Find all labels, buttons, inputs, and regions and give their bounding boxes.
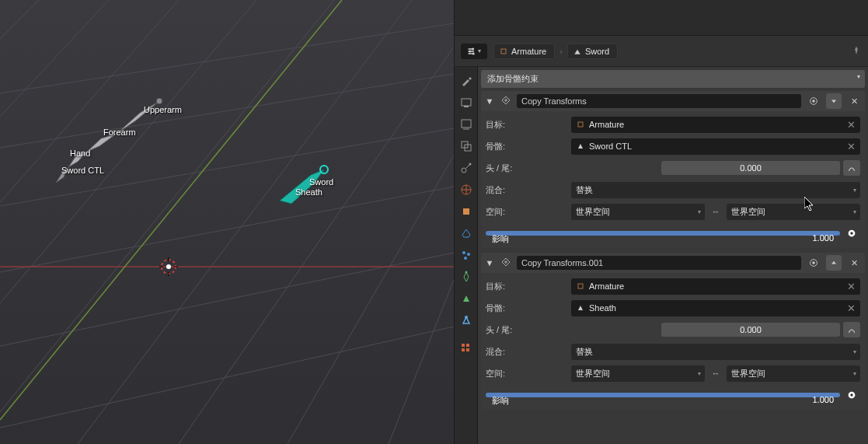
mute-icon[interactable] xyxy=(806,93,821,109)
space-to-dropdown[interactable]: 世界空间 xyxy=(727,365,860,382)
svg-line-3 xyxy=(0,187,454,272)
clear-icon[interactable]: ✕ xyxy=(847,119,856,131)
bone-icon xyxy=(576,303,585,313)
breadcrumb: Armature › Sword xyxy=(493,44,618,59)
svg-point-45 xyxy=(467,253,470,256)
influence-value: 1.000 xyxy=(812,395,834,404)
mix-dropdown[interactable]: 替换 xyxy=(571,182,860,198)
tab-particle[interactable] xyxy=(455,244,478,266)
constraint-name-field[interactable]: Copy Transforms.001 xyxy=(517,256,801,270)
headtail-slider[interactable]: 0.000 xyxy=(661,323,840,337)
influence-label: 影响 xyxy=(492,395,509,407)
constraint-type-icon xyxy=(500,94,512,108)
mute-icon[interactable] xyxy=(806,255,821,271)
tab-render[interactable] xyxy=(455,92,478,114)
influence-slider[interactable]: 影响 1.000 xyxy=(486,231,840,236)
space-to-dropdown[interactable]: 世界空间 xyxy=(727,204,860,220)
keyframe-icon[interactable] xyxy=(843,387,860,403)
arrow-icon: ↔ xyxy=(708,369,723,378)
constraint-type-icon xyxy=(500,256,512,270)
bbone-icon[interactable] xyxy=(843,160,860,176)
editor-type-dropdown[interactable]: ▾ xyxy=(461,44,487,59)
svg-rect-60 xyxy=(578,284,583,288)
mix-value: 替换 xyxy=(576,184,593,196)
target-field[interactable]: Armature ✕ xyxy=(571,117,860,133)
svg-point-16 xyxy=(166,264,171,269)
bone-icon xyxy=(573,47,582,56)
tab-modifier[interactable] xyxy=(455,222,478,244)
tab-viewlayer[interactable] xyxy=(455,135,478,157)
props-scroll[interactable]: 添加骨骼约束 ▼ Copy Transforms ✕ 目标: xyxy=(478,67,868,444)
svg-rect-55 xyxy=(578,122,583,127)
space-from-value: 世界空间 xyxy=(576,368,610,379)
move-down-icon[interactable] xyxy=(826,93,842,109)
tab-world[interactable] xyxy=(455,179,478,201)
target-value: Armature xyxy=(589,281,624,291)
tab-object[interactable] xyxy=(455,201,478,222)
tab-strip xyxy=(455,67,478,444)
mix-dropdown[interactable]: 替换 xyxy=(571,344,860,360)
label-sword: Sword xyxy=(309,177,333,187)
viewport-3d[interactable]: Upperarm Forearm Hand Sword CTL Sword Sh… xyxy=(0,0,454,444)
svg-rect-43 xyxy=(463,208,469,215)
breadcrumb-sep: › xyxy=(559,47,563,56)
svg-rect-51 xyxy=(462,348,465,351)
tab-material[interactable] xyxy=(455,337,478,359)
move-up-icon[interactable] xyxy=(826,255,842,271)
label-headtail: 头 / 尾: xyxy=(486,163,568,174)
label-space: 空间: xyxy=(486,206,568,218)
clear-icon[interactable]: ✕ xyxy=(847,141,856,152)
bone-icon xyxy=(576,142,585,151)
bone-field[interactable]: Sword CTL ✕ xyxy=(571,138,860,155)
svg-rect-37 xyxy=(462,120,471,128)
clear-icon[interactable]: ✕ xyxy=(847,281,856,292)
space-from-dropdown[interactable]: 世界空间 xyxy=(571,204,705,220)
svg-point-33 xyxy=(472,52,475,54)
bbone-icon[interactable] xyxy=(843,322,860,337)
keyframe-icon[interactable] xyxy=(843,225,860,241)
tab-scene[interactable] xyxy=(455,157,478,179)
svg-rect-34 xyxy=(501,49,506,54)
label-forearm: Forearm xyxy=(103,128,136,137)
close-icon[interactable]: ✕ xyxy=(846,93,862,109)
constraint-panel-1: ▼ Copy Transforms.001 ✕ 目标: Armature xyxy=(481,253,865,410)
svg-point-44 xyxy=(462,251,465,254)
svg-line-5 xyxy=(0,327,454,428)
influence-label: 影响 xyxy=(492,233,509,245)
svg-line-6 xyxy=(0,0,39,39)
clear-icon[interactable]: ✕ xyxy=(847,302,856,314)
space-to-value: 世界空间 xyxy=(731,368,765,379)
headtail-slider[interactable]: 0.000 xyxy=(661,161,840,175)
constraint-header-1: ▼ Copy Transforms.001 ✕ xyxy=(481,253,865,273)
bone-field[interactable]: Sheath ✕ xyxy=(571,300,860,316)
svg-point-46 xyxy=(464,257,467,260)
tab-tool[interactable] xyxy=(455,70,478,92)
tab-output[interactable] xyxy=(455,114,478,135)
arrow-icon: ↔ xyxy=(708,207,723,216)
add-bone-constraint[interactable]: 添加骨骼约束 xyxy=(481,70,865,88)
label-bone: 骨骼: xyxy=(486,141,568,152)
tab-bone-constraint[interactable] xyxy=(455,309,478,331)
svg-rect-35 xyxy=(462,99,471,106)
breadcrumb-bone[interactable]: Sword xyxy=(567,44,618,59)
space-from-dropdown[interactable]: 世界空间 xyxy=(571,365,705,382)
close-icon[interactable]: ✕ xyxy=(846,255,862,271)
influence-slider[interactable]: 影响 1.000 xyxy=(486,393,840,397)
disclosure-icon[interactable]: ▼ xyxy=(484,96,495,106)
cursor-3d xyxy=(159,257,178,276)
label-headtail: 头 / 尾: xyxy=(486,324,568,336)
y-axis xyxy=(0,0,342,420)
constraint-body-1: 目标: Armature ✕ 骨骼: Sheath ✕ xyxy=(481,273,865,410)
svg-rect-50 xyxy=(466,344,469,347)
tab-armature[interactable] xyxy=(455,266,478,288)
disclosure-icon[interactable]: ▼ xyxy=(484,258,495,267)
armature-icon xyxy=(499,47,508,56)
pin-icon[interactable] xyxy=(851,45,862,58)
breadcrumb-armature[interactable]: Armature xyxy=(493,44,555,59)
svg-line-7 xyxy=(0,0,109,117)
tab-bone[interactable] xyxy=(455,288,478,309)
svg-point-22 xyxy=(156,98,162,104)
label-swordctl: Sword CTL xyxy=(61,166,104,175)
target-field[interactable]: Armature ✕ xyxy=(571,278,860,295)
constraint-name-field[interactable]: Copy Transforms xyxy=(517,94,801,108)
